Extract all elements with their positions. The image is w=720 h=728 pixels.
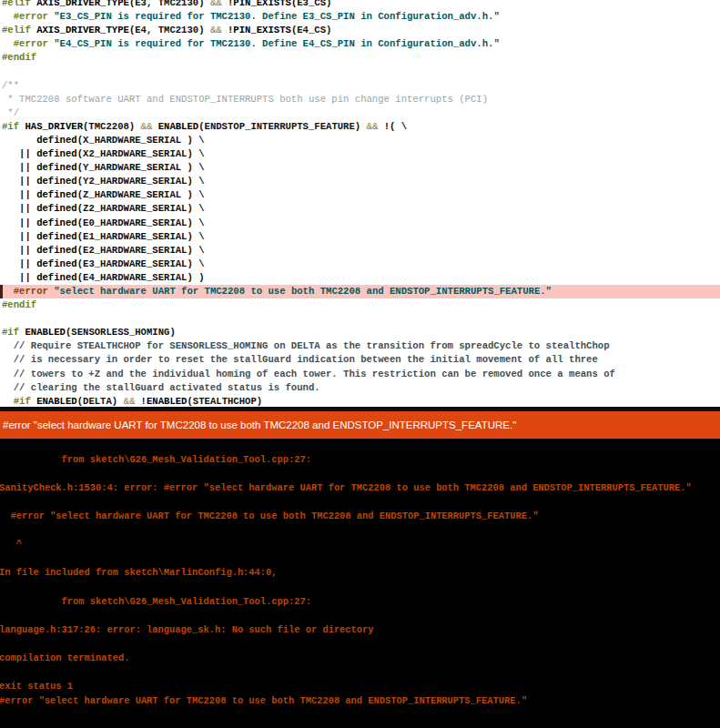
- code-line: #elif AXIS_DRIVER_TYPE(E3, TMC2130) && !…: [2, 0, 720, 10]
- console-line: In file included from sketch\MarlinConfi…: [0, 566, 719, 581]
- code-line: // Require STEALTHCHOP for SENSORLESS_HO…: [2, 339, 720, 353]
- console-output[interactable]: from sketch\G26_Mesh_Validation_Tool.cpp…: [0, 439, 719, 728]
- code-line: || defined(E1_HARDWARE_SERIAL) \: [2, 230, 720, 244]
- code-line: #elif AXIS_DRIVER_TYPE(E4, TMC2130) && !…: [2, 24, 720, 37]
- code-line: #error "E4_CS_PIN is required for TMC213…: [2, 37, 720, 51]
- code-line: * TMC2208 software UART and ENDSTOP_INTE…: [2, 93, 720, 106]
- error-message-text: #error "select hardware UART for TMC2208…: [3, 420, 516, 430]
- code-line: #if HAS_DRIVER(TMC2208) && ENABLED(ENDST…: [2, 120, 720, 134]
- code-line: || defined(E0_HARDWARE_SERIAL) \: [2, 217, 720, 230]
- console-line: [0, 666, 719, 681]
- code-line: #if ENABLED(SENSORLESS_HOMING): [2, 326, 720, 339]
- current-line-highlight: #error "select hardware UART for TMC2208…: [0, 285, 720, 298]
- code-line: // towers to +Z and the individual homin…: [2, 368, 720, 381]
- console-line: [0, 524, 719, 539]
- console-line: from sketch\G26_Mesh_Validation_Tool.cpp…: [0, 453, 719, 468]
- console-line: [0, 439, 719, 453]
- code-line: || defined(Y_HARDWARE_SERIAL ) \: [2, 161, 720, 175]
- code-line: */: [2, 106, 720, 120]
- code-editor[interactable]: #elif AXIS_DRIVER_TYPE(E3, TMC2130) && !…: [0, 0, 720, 407]
- console-line: [0, 581, 719, 595]
- text-caret: [0, 285, 3, 298]
- code-line: || defined(E3_HARDWARE_SERIAL) \: [2, 258, 720, 271]
- code-line: /**: [2, 79, 720, 93]
- code-line: #endif: [2, 298, 720, 312]
- console-line: ^: [0, 538, 719, 552]
- console-line: [0, 467, 719, 481]
- code-content: #elif AXIS_DRIVER_TYPE(E3, TMC2130) && !…: [2, 0, 720, 407]
- console-line: language.h:317:26: error: language_sk.h:…: [0, 623, 719, 638]
- console-line: [0, 495, 719, 510]
- console-line: [0, 609, 719, 623]
- code-line: // is necessary in order to reset the st…: [2, 353, 720, 367]
- console-line: [0, 552, 719, 567]
- error-message-bar: #error "select hardware UART for TMC2208…: [0, 411, 720, 439]
- code-line: // clearing the stallGuard activated sta…: [2, 381, 720, 395]
- code-line: defined(X_HARDWARE_SERIAL ) \: [2, 134, 720, 147]
- console-line: compilation terminated.: [0, 652, 719, 666]
- code-line: [2, 312, 720, 326]
- console-line: #error "select hardware UART for TMC2208…: [0, 694, 719, 709]
- console-line: SanityCheck.h:1530:4: error: #error "sel…: [0, 481, 719, 496]
- code-line: #endif: [2, 51, 720, 65]
- console-line: #error "select hardware UART for TMC2208…: [0, 510, 719, 524]
- code-line: || defined(E4_HARDWARE_SERIAL) ): [2, 271, 720, 285]
- code-line: #error "E3_CS_PIN is required for TMC213…: [2, 10, 720, 24]
- code-line: || defined(E2_HARDWARE_SERIAL) \: [2, 244, 720, 258]
- code-line: #if ENABLED(DELTA) && !ENABLED(STEALTHCH…: [2, 395, 720, 407]
- code-line: || defined(Y2_HARDWARE_SERIAL) \: [2, 175, 720, 188]
- code-line: || defined(Z2_HARDWARE_SERIAL) \: [2, 202, 720, 216]
- code-line: || defined(Z_HARDWARE_SERIAL ) \: [2, 188, 720, 202]
- console-line: from sketch\G26_Mesh_Validation_Tool.cpp…: [0, 595, 719, 610]
- console-line: exit status 1: [0, 680, 719, 694]
- code-line: || defined(X2_HARDWARE_SERIAL) \: [2, 147, 720, 161]
- console-line: [0, 637, 719, 652]
- code-line: [2, 65, 720, 78]
